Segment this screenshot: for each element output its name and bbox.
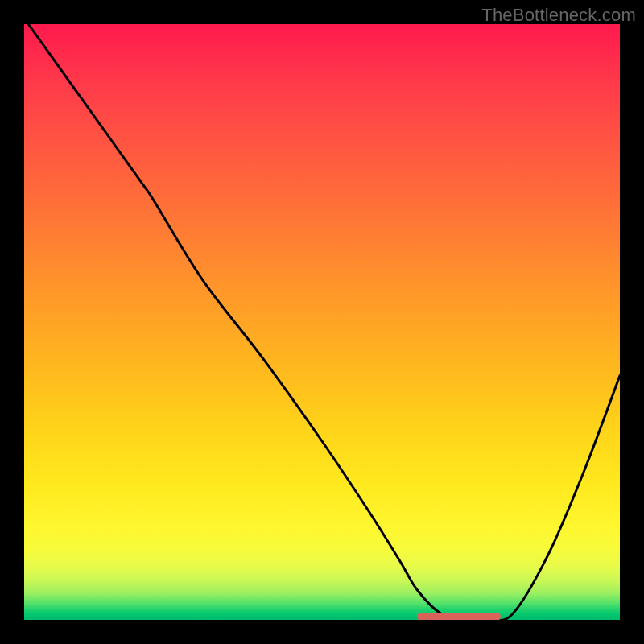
bottleneck-curve (24, 24, 620, 620)
plot-area (24, 24, 620, 620)
watermark-text: TheBottleneck.com (481, 5, 636, 26)
chart-container: TheBottleneck.com (0, 0, 644, 644)
optimal-range-marker (417, 613, 501, 620)
curve-svg (24, 24, 620, 620)
